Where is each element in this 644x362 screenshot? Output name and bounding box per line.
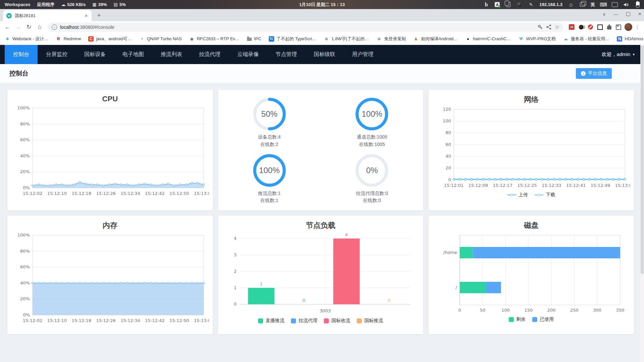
box-extension-icon[interactable] [616, 24, 621, 30]
nav-item-5[interactable]: 拉流代理 [191, 45, 229, 64]
nav-item-9[interactable]: 用户管理 [344, 45, 382, 64]
volume-tray-icon[interactable] [623, 2, 629, 8]
browser-tab[interactable]: 国标28181 × [3, 10, 92, 21]
share-icon[interactable] [546, 24, 552, 30]
recorder-tray-icon[interactable] [516, 2, 523, 8]
input-method-indicator[interactable]: 英 [591, 2, 595, 8]
window-switcher-icon[interactable] [579, 2, 585, 8]
nav-item-7[interactable]: 节点管理 [267, 45, 305, 64]
svg-text:15:12:50: 15:12:50 [169, 191, 189, 196]
bookmark-label: QNAP Turbo NAS [147, 36, 182, 41]
copy-tray-icon[interactable] [505, 2, 511, 8]
dark-square-extension-icon[interactable] [597, 24, 603, 30]
svg-text:350: 350 [616, 308, 625, 313]
password-key-icon[interactable] [537, 24, 543, 30]
bookmark-item[interactable]: RRedmine [56, 36, 81, 42]
cpu-usage-indicator[interactable]: ▦ 39% [92, 2, 107, 7]
bookmark-item[interactable]: ●hairrrrr/C-CrashC… [465, 36, 511, 42]
bookmark-star-icon[interactable]: ☆ [555, 24, 559, 30]
nav-item-2[interactable]: 国标设备 [76, 45, 114, 64]
gauge-percent: 100% [355, 97, 389, 131]
site-info-icon[interactable]: i [52, 24, 57, 30]
memory-usage-indicator[interactable]: ▤ 5% [114, 2, 126, 7]
home-tray-icon[interactable]: ⌂ [568, 2, 574, 8]
bookmark-item[interactable]: 知了不起的 TypeScri… [269, 36, 316, 42]
nav-item-4[interactable]: 推流列表 [152, 45, 191, 64]
bookmark-item[interactable]: NHDAtmos :: 种子 *… [617, 36, 644, 42]
battery-icon [636, 2, 640, 7]
nav-item-1[interactable]: 分屏监控 [38, 45, 76, 64]
gauge-caption: 通道总数:1005在线数:1005 [357, 134, 387, 148]
blocker-extension-icon[interactable] [588, 24, 593, 30]
bookmark-item[interactable]: ⊕1.8W字|了不起的… [324, 36, 369, 42]
home-button[interactable]: ⌂ [35, 22, 44, 32]
tab-close-icon[interactable]: × [84, 13, 88, 18]
profile-avatar[interactable] [625, 23, 632, 31]
ip-address-indicator[interactable]: 192.168.1.3 [539, 2, 562, 7]
bing-tray-icon[interactable]: b [483, 2, 489, 8]
network-speed-indicator[interactable]: ☁ 526 KB/s [61, 2, 86, 7]
legend-label: 直播推流 [265, 318, 284, 324]
bookmark-item[interactable]: Cjava、android可… [88, 36, 132, 42]
folder-icon [247, 38, 252, 41]
svg-text:300: 300 [593, 308, 601, 313]
window-maximize-button[interactable] [626, 12, 630, 16]
svg-text:80%: 80% [20, 121, 30, 126]
scrollbar-thumb[interactable] [641, 46, 644, 274]
pen-tray-icon[interactable]: ✎ [528, 2, 534, 8]
legend-swatch [258, 318, 263, 323]
welcome-user-menu[interactable]: 欢迎，admin▾ [602, 45, 635, 64]
bookmark-item[interactable]: IPC [247, 36, 261, 41]
legend-item[interactable]: 剩余 [509, 316, 526, 322]
keyboard-tray-icon[interactable]: ⌨ [600, 2, 606, 8]
bookmark-item[interactable]: ⊕免登录复制 [376, 36, 406, 42]
bookmark-item[interactable]: ☁服务器 - 轻量应用… [563, 36, 610, 42]
address-bar[interactable]: i localhost:38080/#/console ☆ [48, 22, 563, 32]
url-path: :38080/#/console [79, 24, 114, 30]
nav-item-6[interactable]: 云端录像 [229, 45, 267, 64]
svg-text:15:12:18: 15:12:18 [71, 191, 91, 196]
cpu-area-chart: 0%20%40%60%80%100%15:12:0215:12:1015:12:… [11, 105, 209, 199]
page-scrollbar[interactable] [640, 45, 644, 362]
bookmark-item[interactable]: ΨWVP-PRO文档 [518, 36, 556, 42]
bookmark-item[interactable]: ◔QNAP Turbo NAS [139, 36, 182, 42]
bookmark-item[interactable]: ♟如何编译Android… [413, 36, 458, 42]
js-extension-icon[interactable]: JS [569, 24, 575, 30]
browser-menu-icon[interactable]: ⋮ [634, 24, 641, 30]
legend-item[interactable]: 国标推流 [357, 318, 383, 324]
display-tray-icon[interactable] [612, 2, 618, 8]
page-viewport: 控制台分屏监控国标设备电子地图推流列表拉流代理云端录像节点管理国标级联用户管理欢… [0, 45, 644, 362]
new-tab-button[interactable]: + [94, 11, 104, 20]
url-host: localhost [60, 24, 79, 30]
nav-item-3[interactable]: 电子地图 [114, 45, 152, 64]
legend-item[interactable]: 直播推流 [258, 318, 284, 324]
workspaces-button[interactable]: Workspaces [5, 2, 30, 7]
battery-tray-icon[interactable] [635, 2, 641, 8]
svg-text:15:12:50: 15:12:50 [169, 318, 189, 323]
window-minimize-button[interactable]: — [614, 12, 618, 17]
legend-item[interactable]: 下载 [535, 192, 555, 198]
legend-item[interactable]: 国标收流 [324, 318, 350, 324]
hdatmos-icon: N [617, 36, 622, 42]
legend-item[interactable]: 已使用 [532, 316, 554, 322]
back-button[interactable]: ← [3, 22, 12, 32]
bookmark-item[interactable]: ❖Webstack - 设计… [5, 36, 48, 42]
window-close-button[interactable]: × [638, 11, 641, 17]
nav-item-8[interactable]: 国标级联 [305, 45, 344, 64]
puzzle-extensions-icon[interactable] [607, 26, 611, 30]
tabsearch-chevron-icon[interactable]: ∨ [602, 12, 606, 17]
svg-text:250: 250 [570, 308, 579, 313]
platform-info-button[interactable]: i 平台信息 [576, 68, 612, 79]
bookmark-item[interactable]: ◉RFC2833 – RTP Ev… [189, 36, 239, 42]
gauge-percent: 0% [355, 154, 389, 187]
legend-item[interactable]: 拉流代理 [291, 318, 317, 324]
reload-button[interactable]: ↻ [24, 22, 34, 32]
applications-button[interactable]: 应用程序 [37, 2, 54, 8]
nav-item-0[interactable]: 控制台 [5, 45, 38, 64]
legend-item[interactable]: 上传 [507, 192, 528, 198]
cup-extension-icon[interactable] [579, 25, 584, 30]
svg-text:40: 40 [446, 154, 451, 159]
clock[interactable]: 1月10日 星期二 15：13 [299, 2, 345, 8]
screenshot-tray-icon[interactable]: A [495, 2, 500, 7]
forward-button[interactable]: → [13, 22, 23, 32]
